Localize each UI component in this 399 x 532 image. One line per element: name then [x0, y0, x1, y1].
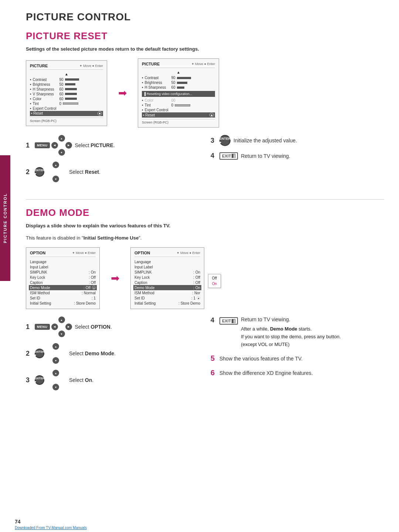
- picture-reset-screens: PICTURE ✦ Move ● Enter ▲ •Contrast90 •Br…: [26, 58, 384, 128]
- picture-screen1-title: PICTURE: [30, 64, 48, 68]
- nav-left-1: ◀: [51, 142, 58, 149]
- arrow-2: ➡: [111, 272, 119, 284]
- opt-simplink-1: SIMPLINK: On: [30, 270, 96, 275]
- demo-step6-text: Show the difference XD Engine features.: [219, 370, 313, 376]
- menu-tint-2: •Tint0: [142, 103, 215, 108]
- demo-step-6: 6 Show the difference XD Engine features…: [211, 369, 384, 377]
- opt-caption-1: Caption: Off: [30, 280, 96, 285]
- picture-screen2-nav: ✦ Move ● Enter: [191, 62, 215, 66]
- picture-screen1-nav: ✦ Move ● Enter: [79, 64, 103, 68]
- menu-vsharpness: •V Sharpness60: [30, 92, 103, 96]
- resetting-bar: ▐ Resetting video configuration...: [142, 91, 215, 97]
- demo-description-2: This feature is disabled in "Initial Set…: [26, 235, 384, 241]
- opt-ism-2: ISM Method: Nor: [134, 290, 200, 295]
- page-number: 74: [15, 519, 21, 525]
- menu-tint: •Tint0: [30, 101, 103, 106]
- picture-step3-text: Initialize the adjusted value.: [233, 138, 297, 143]
- nav-right-1: ▶: [65, 142, 72, 149]
- enter-btn-group-d2: ENTER● ▲ ▼: [35, 343, 66, 364]
- picture-step1-text: Select PICTURE.: [75, 142, 115, 148]
- menu-contrast: •Contrast90: [30, 77, 103, 82]
- nav-cluster-d1: ▲ ◀ ▶ ▼: [51, 316, 72, 337]
- menu-brightness: •Brightness50: [30, 82, 103, 87]
- demo-step2-text: Select Demo Mode.: [69, 350, 116, 356]
- enter-button-d2: ENTER●: [35, 349, 44, 358]
- picture-screen1-footer: Screen (RGB-PC): [30, 118, 103, 123]
- demo-mode-steps: 1 MENU ▲ ◀ ▶ ▼: [26, 316, 384, 396]
- demo-step5-text: Show the various features of the TV.: [219, 356, 303, 362]
- picture-reset-steps-right: 3 ENTER● Initialize the adjusted value. …: [211, 135, 384, 188]
- page-title: PICTURE CONTROL: [26, 11, 384, 23]
- opt-inputlabel-1: Input Label: [30, 264, 96, 270]
- enter-btn-group-2: ENTER● ▲ ▼: [35, 162, 66, 182]
- picture-screen-2: PICTURE ✦ Move ● Enter ▲ •Contrast90 •Br…: [138, 58, 219, 128]
- menu-color: •Color60: [30, 96, 103, 101]
- menu-expert: •Expert Control: [30, 106, 103, 111]
- opt-keylock-2: Key Lock: Off: [134, 275, 200, 280]
- option-screen1-title: OPTION: [30, 251, 45, 255]
- exit-button-1: EXIT ▐: [219, 152, 238, 160]
- demo-mode-popup: Off On: [208, 274, 221, 288]
- exit-button-2: EXIT ▐: [219, 317, 238, 325]
- side-tab: PICTURE CONTROL: [0, 155, 10, 281]
- demo-step3-text: Select On.: [69, 377, 93, 383]
- demo-description-1: Displays a slide show to explain the var…: [26, 223, 384, 228]
- opt-inputlabel-2: Input Label: [134, 264, 200, 270]
- picture-screen2-title: PICTURE: [142, 62, 160, 66]
- opt-language-2: Language: [134, 259, 200, 264]
- demo-step1-text: Select OPTION.: [75, 324, 112, 330]
- option-screen2-title: OPTION: [134, 251, 150, 255]
- demo-steps-left: 1 MENU ▲ ◀ ▶ ▼: [26, 316, 200, 396]
- menu-hsharpness: •H Sharpness60: [30, 87, 103, 92]
- option-screen-1: OPTION ✦ Move ● Enter Language Input Lab…: [26, 247, 100, 309]
- popup-on: On: [212, 281, 217, 287]
- opt-keylock-1: Key Lock: Off: [30, 275, 96, 280]
- menu-reset-2: • Reset ●: [142, 112, 215, 118]
- demo-step-3: 3 ENTER● ▲ ▼: [26, 370, 200, 390]
- demo-step-1: 1 MENU ▲ ◀ ▶ ▼: [26, 316, 200, 337]
- opt-caption-2: Caption: Off: [134, 280, 200, 285]
- picture-step-2: 2 ENTER● ▲ ▼: [26, 162, 200, 182]
- menu-button-1: MENU: [35, 142, 50, 148]
- demo-step-2: 2 ENTER● ▲ ▼: [26, 343, 200, 364]
- menu-brightness-2: •Brightness50: [142, 80, 215, 85]
- opt-simplink-2: SIMPLINK: On: [134, 270, 200, 275]
- opt-ism-1: ISM Method: Normal: [30, 290, 96, 295]
- picture-step-1: 1 MENU ▲ ◀ ▶ ▼: [26, 135, 200, 156]
- opt-initial-2: Initial Setting: Store Demo: [134, 301, 200, 306]
- demo-mode-title: DEMO MODE: [26, 207, 384, 218]
- divider-1: [26, 199, 384, 200]
- nav-down-1: ▼: [58, 149, 65, 156]
- picture-screen-1: PICTURE ✦ Move ● Enter ▲ •Contrast90 •Br…: [26, 60, 107, 126]
- menu-contrast-2: •Contrast90: [142, 75, 215, 80]
- option-screen1-nav: ✦ Move ● Enter: [72, 251, 96, 255]
- picture-reset-steps: 1 MENU ▲ ◀ ▶ ▼: [26, 135, 384, 188]
- demo-steps-right: 4 EXIT ▐ Return to TV viewing. After a w…: [211, 316, 384, 396]
- demo-step-5: 5 Show the various features of the TV.: [211, 354, 384, 363]
- demo-mode-screens: OPTION ✦ Move ● Enter Language Input Lab…: [26, 247, 384, 309]
- nav-up-1: ▲: [58, 135, 65, 142]
- popup-off: Off: [212, 275, 217, 281]
- enter-button-3: ENTER●: [219, 135, 231, 146]
- opt-demomode-1: Demo Mode : Off ●: [29, 285, 97, 290]
- picture-step-4: 4 EXIT ▐ Return to TV viewing.: [211, 152, 384, 160]
- enter-button-2: ENTER●: [35, 167, 44, 177]
- menu-color-2: •Color00: [142, 98, 215, 103]
- nav-cluster-d3: ▲ ▼: [45, 370, 66, 390]
- enter-btn-group-d3: ENTER● ▲ ▼: [35, 370, 66, 390]
- picture-reset-description: Settings of the selected picture modes r…: [26, 46, 384, 52]
- option-screen2-nav: ✦ Move ● Enter: [177, 251, 200, 255]
- download-link[interactable]: Downloaded From TV-Manual.com Manuals: [15, 526, 87, 530]
- enter-button-d3: ENTER●: [35, 375, 44, 385]
- nav-cluster-1: ▲ ◀ ▶ ▼: [51, 135, 72, 156]
- opt-setid-2: Set ID: 1 ●: [134, 295, 200, 301]
- picture-reset-steps-left: 1 MENU ▲ ◀ ▶ ▼: [26, 135, 200, 188]
- arrow-1: ➡: [118, 87, 127, 99]
- menu-reset: • Reset ●: [30, 111, 103, 116]
- opt-language-1: Language: [30, 259, 96, 264]
- menu-hsharpness-2: •H Sharpness60: [142, 85, 215, 90]
- option-screen-2: OPTION ✦ Move ● Enter Language Input Lab…: [130, 247, 204, 309]
- opt-setid-1: Set ID: 1: [30, 295, 96, 301]
- side-tab-label: PICTURE CONTROL: [3, 193, 7, 243]
- demo-step4-text: Return to TV viewing. After a while, Dem…: [241, 316, 341, 348]
